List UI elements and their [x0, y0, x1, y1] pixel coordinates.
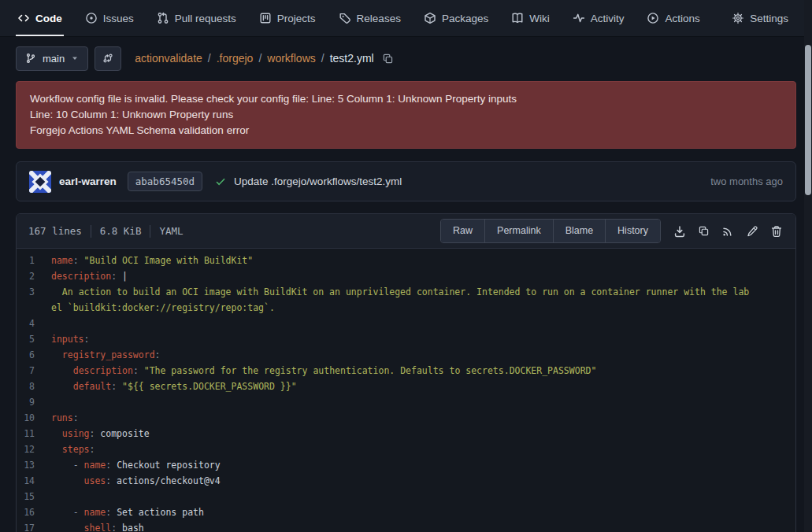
- author-avatar[interactable]: [29, 171, 51, 193]
- line-number[interactable]: 16: [17, 504, 51, 520]
- code-token-key: inputs: [51, 334, 84, 345]
- line-number[interactable]: 11: [17, 426, 51, 441]
- breadcrumb: actionvalidate / .forgejo / workflows / …: [135, 52, 393, 65]
- code-token-key: using: [62, 428, 90, 439]
- raw-button[interactable]: Raw: [441, 220, 484, 242]
- tab-label: Wiki: [529, 13, 550, 24]
- breadcrumb-dir-link-workflows[interactable]: workflows: [267, 52, 315, 65]
- tab-pull-requests[interactable]: Pull requests: [157, 0, 236, 36]
- code-token-pln: [51, 507, 73, 518]
- code-line: 11 using: composite: [17, 426, 795, 441]
- breadcrumb-dir-link-forgejo[interactable]: .forgejo: [217, 52, 254, 65]
- code-line: 14 uses: actions/checkout@v4: [17, 473, 795, 489]
- line-number[interactable]: 5: [17, 331, 51, 347]
- code-token-pln: [51, 349, 62, 360]
- tab-projects[interactable]: Projects: [259, 0, 316, 36]
- code-line-content: steps:: [51, 441, 795, 457]
- pencil-icon: [746, 225, 758, 238]
- branch-name: main: [43, 53, 65, 65]
- page-scrollbar[interactable]: [804, 0, 812, 532]
- download-icon: [673, 225, 686, 238]
- breadcrumb-separator: /: [208, 52, 211, 65]
- code-token-pun: :: [73, 412, 79, 423]
- divider: [91, 225, 91, 238]
- file-header: 167 lines 6.8 KiB YAML RawPermalinkBlame…: [17, 214, 795, 249]
- tab-label: Releases: [357, 13, 401, 24]
- line-number[interactable]: 12: [17, 441, 51, 457]
- code-line: 2description: |: [17, 268, 795, 284]
- code-line: 7 description: "The password for the reg…: [17, 363, 795, 379]
- file-language: YAML: [159, 225, 183, 237]
- code-token-pln: [51, 444, 62, 455]
- tab-settings-label: Settings: [750, 13, 788, 24]
- tab-wiki[interactable]: Wiki: [511, 0, 550, 36]
- permalink-button[interactable]: Permalink: [484, 220, 553, 242]
- compare-button[interactable]: [95, 46, 121, 71]
- line-number[interactable]: 17: [17, 520, 51, 532]
- file-size: 6.8 KiB: [100, 225, 142, 237]
- tab-settings[interactable]: Settings: [732, 0, 788, 36]
- settings-icon: [732, 12, 744, 24]
- code-token-pln: [51, 365, 73, 376]
- tab-releases[interactable]: Releases: [339, 0, 401, 36]
- code-token-pln: [139, 365, 144, 376]
- code-line: 4: [17, 316, 795, 331]
- code-line: 3 An action to build an OCI image with B…: [17, 284, 795, 316]
- git-branch-icon: [25, 53, 36, 64]
- tab-code[interactable]: Code: [17, 0, 62, 36]
- commit-message[interactable]: Update .forgejo/workflows/test2.yml: [234, 175, 402, 187]
- copy-path-icon[interactable]: [382, 53, 394, 65]
- line-number[interactable]: 15: [17, 489, 51, 504]
- file-view-box: 167 lines 6.8 KiB YAML RawPermalinkBlame…: [16, 213, 796, 532]
- line-number[interactable]: 7: [17, 363, 51, 379]
- commit-hash-badge[interactable]: abab65450d: [128, 172, 202, 191]
- line-number[interactable]: 1: [17, 253, 51, 268]
- code-token-pun: :: [155, 349, 161, 360]
- line-number[interactable]: 9: [17, 394, 51, 410]
- tab-issues[interactable]: Issues: [85, 0, 134, 36]
- line-number[interactable]: 4: [17, 316, 51, 331]
- edit-button[interactable]: [746, 225, 758, 238]
- code-line-content: - name: Set actions path: [51, 504, 795, 520]
- commit-time: two months ago: [710, 175, 783, 187]
- error-line: Workflow config file is invalid. Please …: [30, 91, 782, 107]
- code-token-key: shell: [84, 523, 112, 532]
- code-line-content: shell: bash: [51, 520, 795, 532]
- line-number[interactable]: 10: [17, 410, 51, 426]
- tab-actions[interactable]: Actions: [647, 0, 699, 36]
- copy-file-button[interactable]: [698, 225, 710, 237]
- project-icon: [259, 12, 272, 24]
- download-button[interactable]: [673, 225, 686, 238]
- delete-button[interactable]: [770, 225, 783, 238]
- line-number[interactable]: 6: [17, 347, 51, 363]
- blame-button[interactable]: Blame: [553, 220, 605, 242]
- rss-feed-button[interactable]: [721, 225, 734, 238]
- pull-request-icon: [157, 12, 169, 24]
- book-icon: [511, 12, 524, 24]
- code-token-key: name: [51, 255, 73, 266]
- code-token-pln: [117, 381, 122, 392]
- line-number[interactable]: 13: [17, 457, 51, 473]
- error-line: Line: 10 Column 1: Unknown Property runs: [30, 107, 782, 123]
- tab-packages[interactable]: Packages: [424, 0, 488, 36]
- history-button[interactable]: History: [605, 220, 660, 242]
- code-token-pun: :: [73, 255, 79, 266]
- commit-author[interactable]: earl-warren: [59, 175, 117, 187]
- tab-activity[interactable]: Activity: [573, 0, 625, 36]
- code-token-pun: -: [73, 460, 84, 471]
- file-action-icons: [673, 225, 786, 238]
- commit-status-check-icon[interactable]: [215, 176, 226, 187]
- code-token-key: description: [51, 271, 111, 282]
- code-token-pln: [51, 381, 73, 392]
- breadcrumb-file-name: test2.yml: [330, 52, 374, 65]
- line-number[interactable]: 3: [17, 284, 51, 316]
- line-number[interactable]: 2: [17, 268, 51, 284]
- breadcrumb-repo-link[interactable]: actionvalidate: [135, 52, 202, 65]
- scrollbar-thumb[interactable]: [805, 45, 811, 195]
- line-number[interactable]: 14: [17, 473, 51, 489]
- breadcrumb-separator: /: [258, 52, 261, 65]
- repo-file-page: CodeIssuesPull requestsProjectsReleasesP…: [0, 0, 812, 532]
- code-token-pln: [51, 523, 84, 532]
- branch-selector-button[interactable]: main: [16, 46, 88, 71]
- line-number[interactable]: 8: [17, 379, 51, 394]
